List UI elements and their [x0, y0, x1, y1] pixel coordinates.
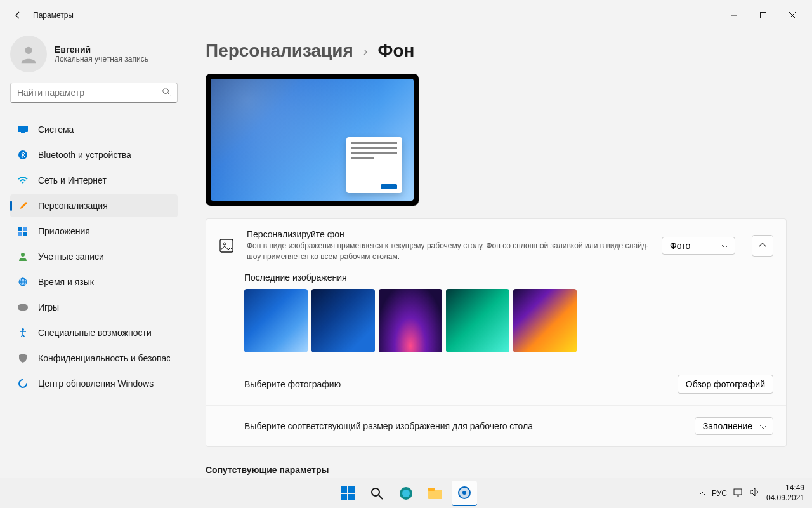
- shield-icon: [18, 353, 28, 363]
- wallpaper-thumb[interactable]: [311, 289, 375, 352]
- taskbar-explorer[interactable]: [422, 481, 448, 506]
- choose-photo-label: Выберите фотографию: [244, 379, 678, 389]
- nav-network[interactable]: Сеть и Интернет: [10, 169, 178, 192]
- svg-point-12: [21, 253, 25, 257]
- window-title: Параметры: [33, 11, 74, 20]
- nav-apps[interactable]: Приложения: [10, 220, 178, 243]
- browse-photos-button[interactable]: Обзор фотографий: [678, 375, 773, 394]
- nav-windows-update[interactable]: Центр обновления Windows: [10, 372, 178, 395]
- svg-rect-30: [428, 490, 442, 499]
- personalize-background-card: Персонализируйте фон Фон в виде изображе…: [206, 218, 787, 447]
- back-button[interactable]: [5, 3, 30, 28]
- brush-icon: [18, 201, 28, 211]
- taskbar: РУС 14:49 04.09.2021: [0, 478, 812, 508]
- svg-point-3: [163, 88, 169, 94]
- svg-line-27: [379, 495, 383, 499]
- svg-rect-34: [734, 489, 742, 495]
- svg-rect-6: [21, 132, 25, 133]
- titlebar: Параметры: [0, 0, 812, 30]
- card-description: Фон в виде изображения применяется к тек…: [247, 241, 649, 262]
- related-settings-heading: Сопутствующие параметры: [206, 465, 787, 475]
- nav-bluetooth[interactable]: Bluetooth и устройства: [10, 144, 178, 166]
- apps-icon: [18, 226, 28, 236]
- svg-point-29: [402, 490, 410, 497]
- recent-images-label: Последние изображения: [244, 272, 773, 283]
- main-content: Персонализация › Фон Персонализируйте фо…: [190, 30, 812, 478]
- avatar: [10, 36, 47, 72]
- svg-rect-22: [341, 486, 347, 493]
- preview-window-mock: [346, 137, 402, 193]
- svg-rect-16: [18, 304, 28, 311]
- picture-icon: [219, 238, 234, 253]
- breadcrumb-parent[interactable]: Персонализация: [206, 41, 353, 61]
- svg-point-26: [372, 488, 379, 496]
- sidebar: Евгений Локальная учетная запись Система…: [0, 30, 190, 478]
- svg-point-17: [22, 328, 24, 331]
- nav-system[interactable]: Система: [10, 118, 178, 141]
- nav-personalization[interactable]: Персонализация: [10, 194, 178, 217]
- svg-point-20: [223, 243, 226, 245]
- nav-privacy[interactable]: Конфиденциальность и безопасность: [10, 347, 178, 370]
- update-icon: [18, 378, 28, 389]
- minimize-button[interactable]: [719, 5, 749, 25]
- svg-rect-11: [23, 232, 27, 236]
- svg-rect-24: [341, 494, 347, 500]
- tray-network-icon[interactable]: [733, 488, 743, 498]
- svg-point-33: [462, 491, 466, 495]
- wifi-icon: [18, 175, 28, 185]
- start-button[interactable]: [335, 481, 360, 506]
- recent-thumbnails: [244, 289, 773, 352]
- svg-point-2: [25, 47, 32, 54]
- nav-list: Система Bluetooth и устройства Сеть и Ин…: [10, 118, 185, 395]
- tray-chevron-icon[interactable]: [699, 489, 705, 498]
- search-icon: [162, 87, 171, 98]
- wallpaper-thumb[interactable]: [379, 289, 442, 352]
- system-tray: РУС 14:49 04.09.2021: [699, 483, 812, 503]
- svg-rect-9: [23, 227, 27, 231]
- svg-rect-1: [761, 13, 766, 18]
- card-title: Персонализируйте фон: [247, 229, 649, 239]
- globe-icon: [18, 277, 28, 287]
- svg-rect-19: [220, 239, 233, 252]
- wallpaper-thumb[interactable]: [513, 289, 577, 352]
- tray-clock[interactable]: 14:49 04.09.2021: [766, 483, 804, 503]
- taskbar-search-button[interactable]: [364, 481, 390, 506]
- nav-gaming[interactable]: Игры: [10, 296, 178, 319]
- svg-rect-8: [18, 227, 22, 231]
- svg-rect-31: [428, 488, 435, 491]
- user-subtitle: Локальная учетная запись: [55, 55, 148, 64]
- search-input[interactable]: [17, 88, 162, 98]
- taskbar-edge[interactable]: [393, 481, 419, 506]
- chevron-down-icon: [722, 241, 728, 251]
- background-type-dropdown[interactable]: Фото: [662, 237, 735, 255]
- gamepad-icon: [18, 302, 28, 312]
- nav-time-language[interactable]: Время и язык: [10, 271, 178, 293]
- svg-rect-10: [18, 232, 22, 236]
- maximize-button[interactable]: [749, 5, 778, 25]
- user-name: Евгений: [55, 44, 148, 55]
- svg-rect-25: [348, 494, 355, 500]
- wallpaper-thumb[interactable]: [244, 289, 308, 352]
- search-box[interactable]: [10, 83, 178, 103]
- breadcrumb: Персонализация › Фон: [206, 41, 787, 61]
- display-icon: [18, 124, 28, 135]
- fit-dropdown[interactable]: Заполнение: [695, 417, 773, 435]
- svg-rect-23: [348, 486, 355, 493]
- breadcrumb-current: Фон: [378, 41, 415, 61]
- nav-accessibility[interactable]: Специальные возможности: [10, 321, 178, 344]
- accessibility-icon: [18, 328, 28, 338]
- collapse-button[interactable]: [752, 235, 773, 257]
- close-button[interactable]: [778, 5, 807, 25]
- taskbar-settings[interactable]: [452, 481, 477, 506]
- svg-rect-5: [18, 126, 28, 132]
- user-block[interactable]: Евгений Локальная учетная запись: [10, 36, 185, 72]
- tray-volume-icon[interactable]: [750, 488, 760, 498]
- wallpaper-thumb[interactable]: [446, 289, 509, 352]
- chevron-down-icon: [760, 421, 766, 431]
- svg-point-18: [19, 380, 27, 387]
- nav-accounts[interactable]: Учетные записи: [10, 245, 178, 268]
- chevron-right-icon: ›: [363, 44, 368, 58]
- svg-line-4: [168, 93, 171, 96]
- person-icon: [18, 251, 28, 262]
- tray-language[interactable]: РУС: [712, 489, 727, 498]
